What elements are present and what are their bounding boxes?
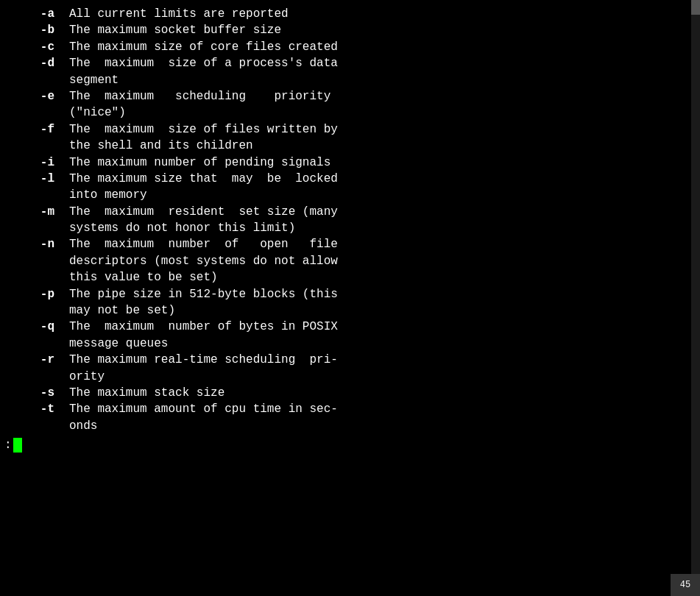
table-row: -mThe maximum resident set size (many sy… — [10, 204, 697, 237]
flag-label: -i — [10, 155, 69, 171]
flag-label: -d — [10, 55, 69, 88]
flag-label: -n — [10, 236, 69, 285]
table-row: -lThe maximum size that may be locked in… — [10, 171, 697, 204]
table-row: -nThe maximum number of open file descri… — [10, 236, 697, 285]
scrollbar-bottom-label: 45 — [671, 574, 700, 596]
flag-label: -m — [10, 204, 69, 237]
content-area: -aAll current limits are reported-bThe m… — [3, 6, 697, 434]
flag-label: -l — [10, 171, 69, 204]
terminal: -aAll current limits are reported-bThe m… — [0, 0, 700, 596]
flag-label: -e — [10, 88, 69, 121]
flag-label: -r — [10, 352, 69, 385]
table-row: -sThe maximum stack size — [10, 385, 697, 401]
description-text: The maximum size that may be locked into… — [69, 171, 511, 204]
flag-label: -c — [10, 39, 69, 55]
description-text: The maximum resident set size (many syst… — [69, 204, 511, 237]
table-row: -qThe maximum number of bytes in POSIX m… — [10, 319, 697, 352]
table-row: -tThe maximum amount of cpu time in sec-… — [10, 401, 697, 434]
description-text: The maximum real-time scheduling pri- or… — [69, 352, 511, 385]
flag-label: -t — [10, 401, 69, 434]
table-row: -eThe maximum scheduling priority ("nice… — [10, 88, 697, 121]
flag-label: -b — [10, 22, 69, 38]
flag-label: -q — [10, 319, 69, 352]
flag-label: -f — [10, 121, 69, 155]
description-text: The maximum size of core files created — [69, 39, 511, 55]
description-text: The maximum number of bytes in POSIX mes… — [69, 319, 511, 352]
flag-label: -a — [10, 6, 69, 22]
table-row: -iThe maximum number of pending signals — [10, 155, 697, 171]
description-text: The pipe size in 512-byte blocks (this m… — [69, 286, 511, 319]
table-row: -bThe maximum socket buffer size — [10, 22, 697, 38]
description-text: The maximum size of files written by the… — [69, 121, 511, 155]
description-text: The maximum socket buffer size — [69, 22, 511, 38]
scrollbar[interactable]: 45 — [691, 0, 700, 596]
table-row: -aAll current limits are reported — [10, 6, 697, 22]
description-text: All current limits are reported — [69, 6, 511, 22]
description-text: The maximum number of open file descript… — [69, 236, 511, 285]
table-row: -fThe maximum size of files written by t… — [10, 121, 697, 155]
table-row: -dThe maximum size of a process's data s… — [10, 55, 697, 88]
description-text: The maximum stack size — [69, 385, 511, 401]
table-row: -rThe maximum real-time scheduling pri- … — [10, 352, 697, 385]
description-text: The maximum number of pending signals — [69, 155, 511, 171]
cursor-block — [13, 438, 22, 453]
description-text: The maximum size of a process's data seg… — [69, 55, 511, 88]
flag-label: -s — [10, 385, 69, 401]
table-row: -cThe maximum size of core files created — [10, 39, 697, 55]
cursor-line: : — [3, 437, 697, 453]
table-row: -pThe pipe size in 512-byte blocks (this… — [10, 286, 697, 319]
prompt-colon: : — [4, 437, 12, 453]
description-text: The maximum amount of cpu time in sec- o… — [69, 401, 511, 434]
flag-label: -p — [10, 286, 69, 319]
scrollbar-thumb[interactable] — [691, 0, 700, 15]
description-text: The maximum scheduling priority ("nice") — [69, 88, 511, 121]
